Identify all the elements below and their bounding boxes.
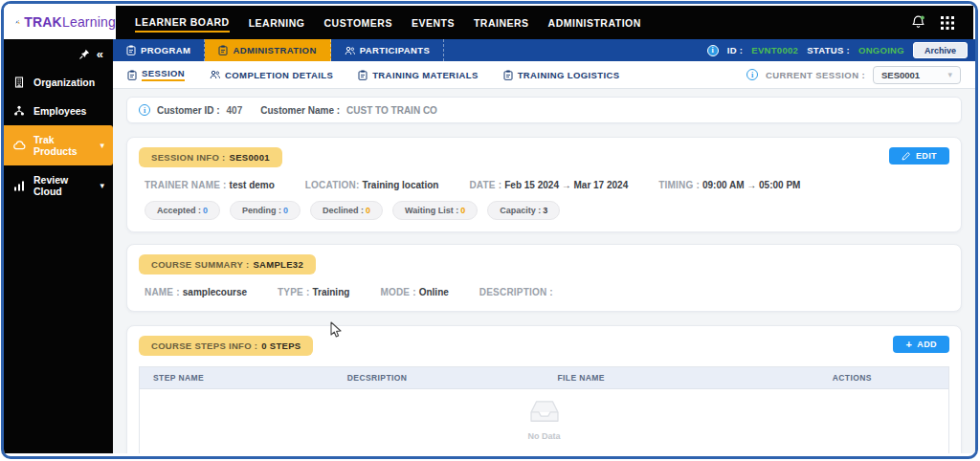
app-window: TRAKLearning LEARNER BOARD LEARNING CUST… [1, 1, 978, 459]
sidebar-item-organization[interactable]: Organization [4, 68, 113, 97]
sidebar-item-review-cloud[interactable]: Review Cloud ▾ [4, 165, 113, 206]
sidebar: « Organization Employees Trak Products [4, 39, 113, 453]
session-stats: Accepted :0 Pending :0 Declined :0 Waiti… [145, 201, 949, 220]
badge-label: SESSION INFO : [151, 152, 226, 163]
info-icon: i [139, 104, 150, 116]
brand-logo[interactable]: TRAKLearning [4, 4, 116, 39]
event-status-value: ONGOING [858, 45, 904, 55]
event-meta: i ID : EVNT0002 STATUS : ONGOING Archive [707, 39, 975, 61]
trainer-name-field: TRAINER NAME :test demo [145, 180, 275, 190]
tab-program[interactable]: PROGRAM [113, 39, 205, 61]
customer-id-label: Customer ID : [157, 105, 220, 116]
accepted-badge: Accepted :0 [145, 201, 220, 220]
tab-label: PROGRAM [141, 45, 190, 55]
bar-chart-icon [12, 181, 26, 191]
capacity-badge: Capacity :3 [487, 201, 560, 220]
session-select[interactable]: SES0001 ▾ [873, 66, 961, 84]
add-button[interactable]: + ADD [893, 336, 949, 353]
tab-label: ADMINISTRATION [233, 45, 316, 55]
collapse-sidebar-icon[interactable]: « [97, 48, 103, 60]
brand-logo-icon [15, 15, 20, 29]
current-session-area: i CURRENT SESSION : SES0001 ▾ [746, 66, 961, 84]
event-id-value: EVNT0002 [751, 45, 798, 55]
topnav-administration[interactable]: ADMINISTRATION [548, 14, 641, 32]
chevron-down-icon: ▾ [947, 70, 952, 79]
event-status-label: STATUS : [807, 45, 850, 55]
topnav-learning[interactable]: LEARNING [249, 14, 305, 32]
tab-label: PARTICIPANTS [360, 45, 431, 55]
session-info-card: SESSION INFO : SES0001 EDIT TRAINER NAME… [126, 137, 962, 232]
tab-label: COMPLETION DETAILS [225, 70, 333, 80]
course-summary-fields: NAME :samplecourse TYPE :Training MODE :… [145, 287, 949, 297]
tab-label: TRAINING MATERIALS [372, 70, 478, 80]
section-tabs: SESSION COMPLETION DETAILS TRAINING MATE… [113, 61, 975, 89]
waiting-list-badge: Waiting List :0 [392, 201, 478, 220]
tab-label: TRAINING LOGISTICS [518, 70, 620, 80]
current-session-label: CURRENT SESSION : [766, 70, 865, 80]
bell-icon[interactable] [910, 14, 926, 31]
apps-grid-icon[interactable] [941, 16, 954, 30]
tab-training-materials[interactable]: TRAINING MATERIALS [358, 70, 478, 80]
people-icon [345, 46, 355, 55]
location-field: LOCATION:Training location [305, 180, 439, 190]
empty-state: No Data [526, 399, 563, 441]
tab-administration[interactable]: ADMINISTRATION [205, 39, 330, 61]
session-info-badge: SESSION INFO : SES0001 [139, 147, 282, 167]
plus-icon: + [905, 340, 912, 348]
date-field: DATE :Feb 15 2024 → Mar 17 2024 [469, 180, 628, 190]
course-steps-card: COURSE STEPS INFO : 0 STEPS + ADD STEP N… [126, 325, 962, 453]
declined-badge: Declined :0 [310, 201, 383, 220]
clipboard-icon [126, 45, 136, 55]
info-icon: i [746, 69, 758, 80]
org-chart-icon [12, 105, 26, 117]
course-mode-field: MODE :Online [380, 287, 448, 297]
topnav-customers[interactable]: CUSTOMERS [324, 14, 392, 32]
badge-label: COURSE STEPS INFO : [151, 340, 257, 351]
tab-completion-details[interactable]: COMPLETION DETAILS [210, 70, 333, 80]
badge-value: 0 STEPS [261, 340, 301, 351]
course-steps-table: STEP NAME DECSRIPTION FILE NAME ACTIONS … [139, 366, 949, 453]
info-icon: i [707, 45, 719, 56]
topnav-events[interactable]: EVENTS [412, 14, 455, 32]
clipboard-icon [218, 45, 228, 55]
customer-id-value: 407 [227, 105, 243, 116]
course-name-field: NAME :samplecourse [145, 287, 247, 297]
sidebar-controls: « [4, 44, 113, 68]
timing-field: TIMING :09:00 AM → 05:00 PM [658, 180, 800, 190]
sidebar-item-label: Employees [33, 105, 86, 117]
course-description-field: DESCRIPTION : [479, 287, 556, 297]
top-bar: TRAKLearning LEARNER BOARD LEARNING CUST… [4, 4, 975, 39]
people-icon [210, 70, 220, 79]
edit-button-label: EDIT [916, 151, 937, 161]
event-bar: PROGRAM ADMINISTRATION PARTICIPANTS i ID… [113, 39, 975, 61]
session-fields: TRAINER NAME :test demo LOCATION:Trainin… [145, 180, 949, 190]
event-id-label: ID : [727, 45, 744, 55]
session-select-value: SES0001 [881, 70, 920, 80]
customer-name-label: Customer Name : [260, 105, 340, 116]
tab-label: SESSION [142, 68, 185, 81]
topnav-actions [910, 14, 954, 31]
topnav-learner-board[interactable]: LEARNER BOARD [135, 13, 230, 33]
pencil-icon [902, 151, 911, 161]
tab-training-logistics[interactable]: TRAINING LOGISTICS [503, 70, 620, 80]
table-header-row: STEP NAME DECSRIPTION FILE NAME ACTIONS [140, 367, 948, 389]
badge-value: SES0001 [230, 152, 270, 163]
brand-name: TRAKLearning [24, 14, 116, 30]
topnav-trainers[interactable]: TRAINERS [474, 14, 529, 32]
sidebar-item-trak-products[interactable]: Trak Products ▾ [4, 125, 113, 165]
tab-participants[interactable]: PARTICIPANTS [331, 39, 445, 61]
customer-name-value: CUST TO TRAIN CO [346, 105, 437, 116]
main-area: PROGRAM ADMINISTRATION PARTICIPANTS i ID… [113, 39, 975, 453]
edit-button[interactable]: EDIT [889, 147, 949, 165]
sidebar-item-employees[interactable]: Employees [4, 97, 113, 125]
chevron-down-icon: ▾ [100, 141, 104, 150]
clipboard-icon [503, 70, 513, 80]
tab-session[interactable]: SESSION [127, 68, 185, 81]
badge-label: COURSE SUMMARY : [151, 259, 249, 270]
column-header-file-name: FILE NAME [544, 367, 818, 388]
top-navigation: LEARNER BOARD LEARNING CUSTOMERS EVENTS … [116, 6, 973, 39]
course-summary-card: COURSE SUMMARY : SAMPLE32 NAME :sampleco… [126, 244, 962, 312]
archive-button[interactable]: Archive [913, 42, 968, 58]
clipboard-icon [127, 70, 137, 80]
pin-icon[interactable] [79, 49, 90, 59]
